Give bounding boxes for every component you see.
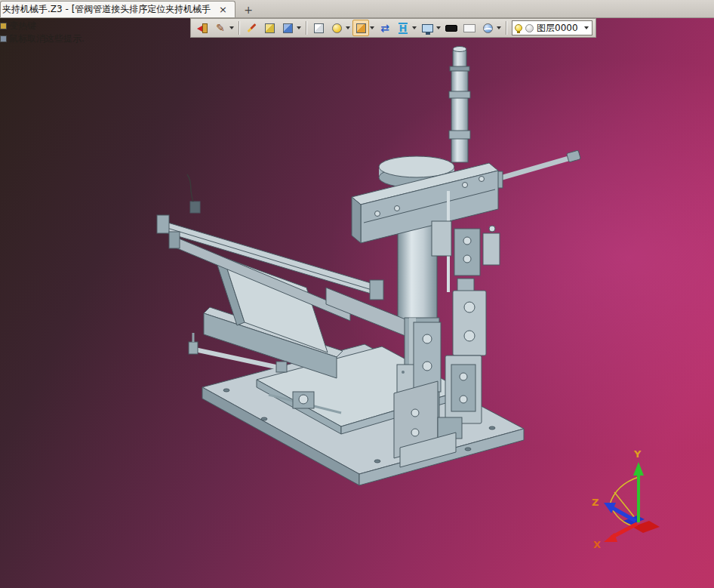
- hint-text: 变热键 鼠标取消这些提示.: [0, 20, 85, 45]
- brush-glyph-icon: [247, 23, 256, 32]
- cube-orange-dropdown-arrow[interactable]: [370, 26, 374, 29]
- x-axis-label: X: [593, 539, 601, 550]
- white-bar-icon: [463, 24, 475, 32]
- sphere-swoosh-icon[interactable]: [479, 20, 496, 36]
- pen-glyph-icon: ✎: [216, 23, 225, 33]
- white-panel-icon[interactable]: [461, 20, 478, 36]
- swap-glyph-icon: ⇄: [380, 23, 389, 33]
- layer-dropdown-arrow[interactable]: [584, 26, 589, 29]
- hint-bullet-icon: [0, 35, 7, 42]
- cube-white-icon[interactable]: [310, 20, 327, 36]
- yellow-sphere-icon: [332, 23, 342, 33]
- pen-dropdown-arrow[interactable]: [229, 26, 234, 29]
- cube-orange-icon[interactable]: [352, 20, 369, 36]
- hint-line-2: 鼠标取消这些提示.: [0, 32, 85, 45]
- coordinate-triad: Y Z X: [587, 447, 670, 553]
- black-bar-icon: [445, 25, 457, 32]
- sphere-yellow-icon[interactable]: [328, 20, 345, 36]
- hint-line-1: 变热键: [0, 20, 85, 32]
- cube-blue-dropdown-arrow[interactable]: [297, 26, 301, 29]
- tab-title: 夹持机械手.Z3 - [管阀管道接头排序定位夹持机械手]: [2, 3, 211, 16]
- blue-cube-icon: [283, 23, 293, 33]
- exit-icon[interactable]: [194, 20, 211, 36]
- hint-bullet-icon: [0, 23, 7, 29]
- exit-door-icon: [197, 23, 208, 33]
- layer-label: 图层0000: [537, 22, 578, 35]
- z-axis-label: Z: [592, 497, 599, 508]
- new-tab-button[interactable]: +: [240, 2, 257, 17]
- brush-icon[interactable]: [243, 20, 260, 36]
- layer-combobox[interactable]: 图层0000: [512, 20, 592, 35]
- pen-icon[interactable]: ✎: [212, 20, 229, 36]
- toolbar-separator: [306, 21, 306, 35]
- cube-yellow-icon[interactable]: [261, 20, 278, 36]
- orange-cube-icon: [356, 23, 366, 33]
- y-axis-label: Y: [633, 448, 642, 460]
- beam-dropdown-arrow[interactable]: [412, 26, 417, 29]
- sphere-swoosh-dropdown-arrow[interactable]: [497, 26, 501, 29]
- beam-glyph-icon: H: [399, 23, 408, 34]
- white-cube-icon: [314, 23, 324, 33]
- cube-blue-icon[interactable]: [279, 20, 296, 36]
- yellow-cube-icon: [265, 23, 275, 33]
- blue-sphere-icon: [483, 23, 493, 33]
- zw3d-window: 夹持机械手.Z3 - [管阀管道接头排序定位夹持机械手] × + 变热键 鼠标取…: [0, 0, 714, 588]
- sphere-yellow-dropdown-arrow[interactable]: [346, 26, 350, 29]
- view-toolbar: ✎ ⇄ H: [190, 18, 596, 38]
- monitor-dropdown-arrow[interactable]: [436, 26, 441, 29]
- monitor-icon[interactable]: [419, 20, 435, 36]
- toolbar-separator: [506, 21, 506, 35]
- document-tab[interactable]: 夹持机械手.Z3 - [管阀管道接头排序定位夹持机械手] ×: [0, 1, 235, 17]
- cad-model: [151, 42, 589, 487]
- swap-arrows-icon[interactable]: ⇄: [377, 20, 393, 36]
- monitor-glyph-icon: [422, 24, 433, 32]
- hint-text-2: 鼠标取消这些提示.: [9, 32, 85, 45]
- beam-section-icon[interactable]: H: [395, 20, 411, 36]
- viewport-3d[interactable]: 变热键 鼠标取消这些提示. ✎: [0, 18, 714, 588]
- bulb-icon[interactable]: [515, 24, 522, 32]
- toolbar-separator: [239, 21, 239, 35]
- triad-red-plane: [632, 521, 660, 533]
- zebra-stripe-icon[interactable]: [443, 20, 460, 36]
- tab-close-icon[interactable]: ×: [217, 5, 229, 14]
- tab-bar: 夹持机械手.Z3 - [管阀管道接头排序定位夹持机械手] × +: [0, 0, 714, 18]
- layer-circle-icon: [525, 24, 534, 32]
- hint-text-1: 变热键: [9, 20, 36, 32]
